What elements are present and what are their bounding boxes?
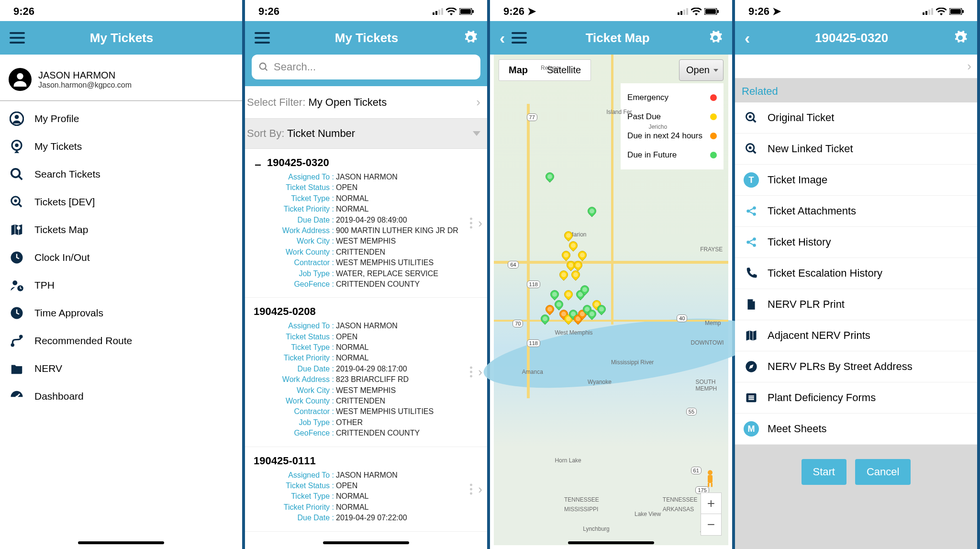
map-place-label: Refuge [541, 65, 559, 71]
download-icon [254, 158, 262, 167]
caret-down-icon [473, 131, 480, 136]
app-title: My Tickets [270, 31, 463, 45]
field-value: NORMAL [334, 353, 480, 363]
status-dropdown[interactable]: Open [679, 59, 724, 81]
field-value: 2019-04-29 08:49:00 [334, 215, 480, 225]
drawer-item[interactable]: Time Approvals [0, 299, 242, 327]
drawer-item[interactable]: Dashboard [0, 382, 242, 410]
drawer-item-label: Dashboard [34, 391, 84, 402]
related-item[interactable]: Ticket Attachments [735, 196, 977, 227]
related-item[interactable]: TTicket Image [735, 165, 977, 196]
svg-rect-33 [705, 9, 716, 14]
drawer-item[interactable]: Clock In/Out [0, 244, 242, 271]
menu-icon[interactable] [255, 32, 270, 44]
chevron-right-icon[interactable]: › [478, 365, 482, 380]
drawer-item[interactable]: Recommended Route [0, 327, 242, 355]
related-item[interactable]: Ticket Escalation History [735, 258, 977, 289]
profile-header[interactable]: JASON HARMON Jason.harmon@kgpco.com [0, 55, 242, 101]
related-item-label: Adjacent NERV Prints [768, 329, 870, 342]
header-row[interactable]: › [735, 55, 977, 78]
avatar-icon [9, 68, 32, 91]
field-value: 2019-04-29 07:22:00 [334, 513, 480, 523]
chevron-right-icon[interactable]: › [478, 216, 482, 231]
pegman-icon[interactable] [701, 469, 720, 488]
start-button[interactable]: Start [802, 459, 846, 485]
status-icons [433, 8, 474, 15]
related-item-label: NERV PLR Print [768, 298, 845, 311]
menu-icon[interactable] [512, 32, 527, 44]
drawer-item[interactable]: Tickets Map [0, 216, 242, 244]
ticket-card[interactable]: 190425-0320Assigned To : JASON HARMONTic… [245, 149, 487, 298]
map-place-label: ARKANSAS [663, 506, 694, 513]
field-value: 900 MARTIN LUTHER KING JR DR [334, 225, 480, 236]
gear-icon[interactable] [953, 31, 968, 45]
zoom-out-button[interactable]: − [701, 514, 721, 535]
field-key: Ticket Status : [254, 182, 334, 193]
highway-shield: 40 [677, 314, 687, 322]
ticket-card[interactable]: 190425-0111Assigned To : JASON HARMONTic… [245, 447, 487, 532]
related-item[interactable]: MMeet Sheets [735, 414, 977, 445]
home-indicator[interactable] [323, 541, 409, 544]
compass-icon [744, 359, 759, 374]
home-indicator[interactable] [78, 541, 164, 544]
app-bar: ‹ 190425-0320 [735, 21, 977, 55]
drawer-item[interactable]: My Tickets [0, 133, 242, 160]
drawer-item[interactable]: NERV [0, 355, 242, 382]
related-item[interactable]: Adjacent NERV Prints [735, 320, 977, 351]
legend-dot [710, 113, 717, 120]
drawer-item[interactable]: Search Tickets [0, 160, 242, 188]
zoom-in-button[interactable]: + [701, 493, 721, 514]
more-icon[interactable] [470, 483, 472, 494]
chevron-right-icon[interactable]: › [478, 482, 482, 496]
back-icon[interactable]: ‹ [500, 29, 505, 47]
app-bar: My Tickets [0, 21, 242, 55]
related-item[interactable]: Original Ticket [735, 102, 977, 134]
svg-rect-42 [931, 8, 933, 15]
sort-row[interactable]: Sort By: Ticket Number [245, 119, 487, 149]
filter-row[interactable]: Select Filter: My Open Tickets › [245, 86, 487, 119]
ticket-list[interactable]: 190425-0320Assigned To : JASON HARMONTic… [245, 149, 487, 549]
related-item[interactable]: New Linked Ticket [735, 134, 977, 165]
drawer-item[interactable]: TPH [0, 271, 242, 299]
svg-line-9 [19, 204, 22, 207]
svg-rect-30 [683, 10, 685, 15]
legend-label: Past Due [627, 112, 661, 122]
home-indicator[interactable] [568, 541, 654, 544]
search-input[interactable]: Search... [252, 55, 480, 79]
menu-icon[interactable] [10, 32, 25, 44]
field-key: Work City : [254, 385, 334, 396]
drawer-item[interactable]: Tickets [DEV] [0, 188, 242, 216]
map-type-map[interactable]: Map [499, 60, 537, 80]
field-value: WEST MEMPHIS UTILITIES [334, 406, 480, 417]
status-time: 9:26 [13, 5, 34, 18]
legend-item: Past Due [627, 107, 717, 126]
related-item[interactable]: NERV PLRs By Street Address [735, 351, 977, 382]
cancel-button[interactable]: Cancel [855, 459, 911, 485]
related-item[interactable]: NERV PLR Print [735, 289, 977, 320]
svg-rect-31 [686, 8, 688, 15]
zoom-controls: + − [701, 493, 722, 536]
zoom-pin-icon [744, 141, 759, 157]
more-icon[interactable] [470, 367, 472, 378]
field-key: Contractor : [254, 406, 334, 417]
folder-icon [9, 360, 25, 377]
back-icon[interactable]: ‹ [745, 29, 750, 47]
related-item[interactable]: Plant Deficiency Forms [735, 382, 977, 414]
related-item[interactable]: Ticket History [735, 227, 977, 258]
svg-rect-37 [708, 483, 709, 487]
related-item-label: NERV PLRs By Street Address [768, 360, 913, 373]
drawer-item[interactable]: My Profile [0, 105, 242, 133]
screen-related: 9:26➤ ‹ 190425-0320 › Related Original T… [735, 0, 980, 549]
ticket-card[interactable]: 190425-0208Assigned To : JASON HARMONTic… [245, 298, 487, 447]
field-value: OPEN [334, 332, 480, 342]
map-canvas[interactable]: Map Satellite Open EmergencyPast DueDue … [494, 55, 728, 545]
app-title: Ticket Map [527, 31, 708, 45]
gear-icon[interactable] [708, 31, 723, 45]
gear-icon[interactable] [463, 31, 478, 45]
svg-point-2 [15, 115, 19, 119]
field-value: OTHER [334, 417, 480, 428]
more-icon[interactable] [470, 218, 472, 229]
field-value: NORMAL [334, 491, 480, 502]
svg-point-5 [11, 169, 20, 178]
field-key: Job Type : [254, 269, 334, 279]
